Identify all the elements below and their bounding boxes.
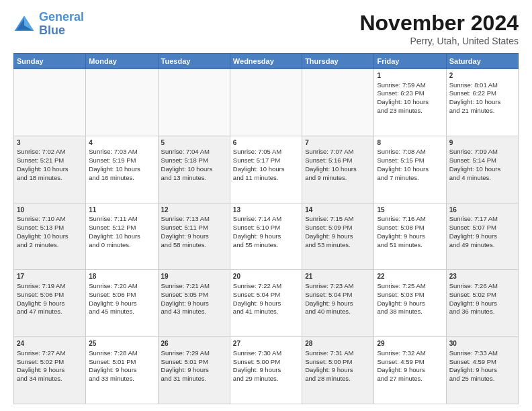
day-number: 13 [233, 205, 299, 215]
day-detail: Sunset: 5:17 PM [233, 156, 299, 165]
day-number: 23 [449, 272, 515, 281]
day-detail: and 23 minutes. [377, 107, 443, 116]
calendar-cell: 28Sunrise: 7:31 AMSunset: 5:00 PMDayligh… [302, 337, 374, 404]
day-detail: and 4 minutes. [449, 174, 515, 183]
day-detail: Sunset: 5:06 PM [89, 291, 154, 300]
day-detail: and 33 minutes. [89, 375, 154, 383]
day-detail: Sunrise: 7:29 AM [161, 349, 227, 358]
day-detail: and 13 minutes. [161, 174, 227, 183]
day-detail: Sunrise: 7:14 AM [233, 215, 299, 224]
day-number: 15 [377, 205, 443, 215]
day-detail: and 21 minutes. [449, 107, 515, 116]
calendar-cell: 7Sunrise: 7:07 AMSunset: 5:16 PMDaylight… [302, 136, 374, 203]
day-detail: Sunset: 5:04 PM [233, 291, 299, 300]
day-detail: and 36 minutes. [449, 308, 515, 316]
day-number: 11 [89, 205, 154, 215]
week-row-1: 1Sunrise: 7:59 AMSunset: 6:23 PMDaylight… [14, 69, 519, 136]
day-number: 25 [89, 339, 154, 349]
day-detail: Sunrise: 7:13 AM [161, 215, 227, 224]
day-number: 6 [233, 138, 299, 148]
calendar-cell: 6Sunrise: 7:05 AMSunset: 5:17 PMDaylight… [230, 136, 302, 203]
day-detail: Sunset: 4:59 PM [449, 358, 515, 367]
day-detail: and 7 minutes. [377, 174, 443, 183]
calendar-cell: 14Sunrise: 7:15 AMSunset: 5:09 PMDayligh… [302, 203, 374, 270]
day-detail: and 27 minutes. [377, 375, 443, 383]
day-detail: and 31 minutes. [161, 375, 227, 383]
calendar-cell: 22Sunrise: 7:25 AMSunset: 5:03 PMDayligh… [374, 270, 446, 337]
day-number: 5 [161, 138, 227, 148]
day-number: 3 [17, 138, 83, 148]
calendar-cell: 11Sunrise: 7:11 AMSunset: 5:12 PMDayligh… [86, 203, 158, 270]
calendar-cell: 3Sunrise: 7:02 AMSunset: 5:21 PMDaylight… [14, 136, 86, 203]
day-detail: Sunset: 5:11 PM [161, 224, 227, 232]
day-detail: Sunrise: 7:10 AM [17, 215, 83, 224]
day-detail: Sunrise: 7:17 AM [449, 215, 515, 224]
day-detail: Daylight: 10 hours [161, 165, 227, 174]
day-detail: Daylight: 9 hours [305, 366, 371, 375]
page-header: General Blue November 2024 Perry, Utah, … [13, 11, 519, 46]
calendar-cell: 26Sunrise: 7:29 AMSunset: 5:01 PMDayligh… [158, 337, 230, 404]
day-detail: Daylight: 10 hours [449, 165, 515, 174]
logo-text: General Blue [39, 11, 84, 38]
day-detail: Daylight: 9 hours [449, 232, 515, 241]
week-row-3: 10Sunrise: 7:10 AMSunset: 5:13 PMDayligh… [14, 203, 519, 270]
day-number: 29 [377, 339, 443, 349]
day-number: 12 [161, 205, 227, 215]
week-row-2: 3Sunrise: 7:02 AMSunset: 5:21 PMDaylight… [14, 136, 519, 203]
day-detail: and 11 minutes. [233, 174, 299, 183]
day-detail: Sunset: 5:01 PM [161, 358, 227, 367]
day-detail: Sunrise: 7:32 AM [377, 349, 443, 358]
day-detail: Daylight: 9 hours [377, 232, 443, 241]
day-detail: Daylight: 9 hours [233, 232, 299, 241]
day-detail: Daylight: 9 hours [449, 300, 515, 308]
day-detail: Daylight: 10 hours [377, 165, 443, 174]
calendar-cell: 5Sunrise: 7:04 AMSunset: 5:18 PMDaylight… [158, 136, 230, 203]
weekday-header-wednesday: Wednesday [230, 54, 302, 69]
day-detail: Daylight: 9 hours [161, 366, 227, 375]
day-detail: Daylight: 9 hours [377, 300, 443, 308]
logo: General Blue [13, 11, 84, 38]
day-detail: Sunset: 5:18 PM [161, 156, 227, 165]
calendar-cell: 10Sunrise: 7:10 AMSunset: 5:13 PMDayligh… [14, 203, 86, 270]
day-detail: Daylight: 9 hours [449, 366, 515, 375]
day-detail: Sunset: 5:02 PM [17, 358, 83, 367]
day-detail: Sunset: 5:15 PM [377, 156, 443, 165]
day-number: 2 [449, 71, 515, 81]
day-detail: Sunrise: 8:01 AM [449, 81, 515, 90]
calendar-cell: 30Sunrise: 7:33 AMSunset: 4:59 PMDayligh… [446, 337, 518, 404]
day-detail: Daylight: 9 hours [305, 300, 371, 308]
day-detail: Daylight: 9 hours [377, 366, 443, 375]
day-detail: Sunset: 4:59 PM [377, 358, 443, 367]
day-number: 14 [305, 205, 371, 215]
day-detail: Daylight: 10 hours [233, 165, 299, 174]
day-detail: Sunrise: 7:26 AM [449, 282, 515, 291]
day-detail: Sunrise: 7:25 AM [377, 282, 443, 291]
day-detail: Sunset: 5:16 PM [305, 156, 371, 165]
calendar-cell: 29Sunrise: 7:32 AMSunset: 4:59 PMDayligh… [374, 337, 446, 404]
calendar-cell: 13Sunrise: 7:14 AMSunset: 5:10 PMDayligh… [230, 203, 302, 270]
title-block: November 2024 Perry, Utah, United States [359, 11, 519, 46]
day-detail: Daylight: 9 hours [89, 300, 154, 308]
day-detail: Sunrise: 7:15 AM [305, 215, 371, 224]
day-number: 22 [377, 272, 443, 281]
day-detail: Sunrise: 7:07 AM [305, 148, 371, 156]
day-number: 4 [89, 138, 154, 148]
day-detail: Sunset: 5:08 PM [377, 224, 443, 232]
weekday-header-saturday: Saturday [446, 54, 518, 69]
day-number: 24 [17, 339, 83, 349]
day-detail: Sunset: 5:14 PM [449, 156, 515, 165]
day-detail: Sunset: 5:21 PM [17, 156, 83, 165]
weekday-header-thursday: Thursday [302, 54, 374, 69]
day-number: 26 [161, 339, 227, 349]
day-detail: Sunset: 5:02 PM [449, 291, 515, 300]
day-detail: Sunrise: 7:04 AM [161, 148, 227, 156]
calendar-cell: 21Sunrise: 7:23 AMSunset: 5:04 PMDayligh… [302, 270, 374, 337]
day-detail: Daylight: 9 hours [17, 366, 83, 375]
calendar-cell: 4Sunrise: 7:03 AMSunset: 5:19 PMDaylight… [86, 136, 158, 203]
weekday-header-tuesday: Tuesday [158, 54, 230, 69]
calendar-cell: 27Sunrise: 7:30 AMSunset: 5:00 PMDayligh… [230, 337, 302, 404]
day-detail: and 43 minutes. [161, 308, 227, 316]
day-detail: Daylight: 9 hours [17, 300, 83, 308]
day-detail: and 41 minutes. [233, 308, 299, 316]
day-detail: and 34 minutes. [17, 375, 83, 383]
